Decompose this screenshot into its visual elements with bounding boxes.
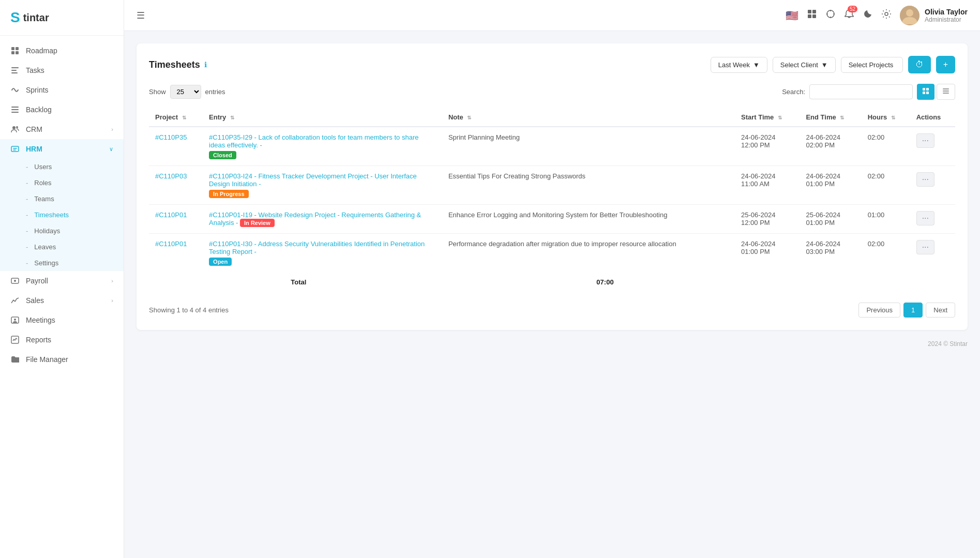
col-start-time[interactable]: Start Time ⇅ xyxy=(735,108,800,127)
sidebar-item-roadmap[interactable]: Roadmap xyxy=(0,41,124,61)
note-cell: Sprint Planning Meeting xyxy=(442,127,735,166)
sidebar-item-roadmap-label: Roadmap xyxy=(26,47,57,55)
col-end-time[interactable]: End Time ⇅ xyxy=(800,108,861,127)
svg-point-27 xyxy=(885,12,888,16)
entries-select[interactable]: 25 10 50 100 xyxy=(170,85,201,99)
sidebar-item-sales[interactable]: Sales › xyxy=(0,291,124,310)
sidebar-item-reports[interactable]: Reports xyxy=(0,330,124,350)
svg-rect-33 xyxy=(926,92,929,94)
sidebar-item-tasks-label: Tasks xyxy=(26,66,44,74)
hours-cell: 02:00 xyxy=(862,166,910,205)
timesheets-table: Project ⇅ Entry ⇅ Note ⇅ Start Time xyxy=(149,108,955,272)
col-note-sort-icon: ⇅ xyxy=(467,115,471,120)
sidebar-item-file-manager[interactable]: File Manager xyxy=(0,350,124,369)
timer-button[interactable]: ⏱ xyxy=(908,56,931,73)
entry-cell: #C110P03-I24 - Fitness Tracker Developme… xyxy=(203,166,442,205)
entry-link[interactable]: #C110P01-I30 xyxy=(209,240,252,248)
search-input[interactable] xyxy=(809,84,913,99)
sidebar-item-leaves[interactable]: Leaves xyxy=(0,239,124,255)
backlog-icon xyxy=(10,105,20,114)
row-actions-button[interactable]: ··· xyxy=(916,172,934,187)
svg-rect-4 xyxy=(11,67,19,68)
hamburger-button[interactable]: ☰ xyxy=(137,10,145,21)
view-buttons xyxy=(917,84,955,100)
grid-view-button[interactable] xyxy=(917,84,934,100)
col-end-sort-icon: ⇅ xyxy=(840,115,844,120)
hours-cell: 01:00 xyxy=(862,205,910,234)
project-cell: #C110P35 xyxy=(149,127,203,166)
add-entry-button[interactable]: + xyxy=(936,56,955,73)
sidebar-item-crm[interactable]: CRM › xyxy=(0,119,124,139)
sidebar-item-payroll-label: Payroll xyxy=(26,277,48,285)
dark-mode-icon[interactable] xyxy=(863,9,873,22)
svg-rect-35 xyxy=(943,91,949,92)
add-icon: + xyxy=(943,60,948,69)
col-project[interactable]: Project ⇅ xyxy=(149,108,203,127)
note-cell: Performance degradation after migration … xyxy=(442,234,735,273)
status-badge: Closed xyxy=(209,151,236,159)
info-icon[interactable]: ℹ xyxy=(204,61,207,69)
svg-rect-6 xyxy=(11,72,18,73)
sidebar: S tintar Roadmap Tasks Sprints xyxy=(0,0,124,558)
entry-link[interactable]: #C110P35-I29 xyxy=(209,133,252,141)
sidebar-item-settings[interactable]: Settings xyxy=(0,255,124,271)
svg-point-16 xyxy=(14,319,16,321)
entry-link[interactable]: #C110P03-I24 xyxy=(209,172,252,180)
notification-bell-icon[interactable]: 52 xyxy=(844,9,854,22)
card-title-row: Timesheets ℹ xyxy=(149,59,207,70)
next-button[interactable]: Next xyxy=(926,303,955,318)
project-link[interactable]: #C110P35 xyxy=(155,133,187,141)
flag-us-icon[interactable]: 🇺🇸 xyxy=(786,9,798,22)
col-entry[interactable]: Entry ⇅ xyxy=(203,108,442,127)
project-link[interactable]: #C110P03 xyxy=(155,172,187,180)
total-label: Total xyxy=(284,272,590,292)
sidebar-item-tasks[interactable]: Tasks xyxy=(0,61,124,80)
select-projects-button[interactable]: Select Projects xyxy=(841,57,903,73)
project-cell: #C110P03 xyxy=(149,166,203,205)
col-project-sort-icon: ⇅ xyxy=(182,115,186,120)
showing-text: Showing 1 to 4 of 4 entries xyxy=(149,306,229,314)
row-actions-button[interactable]: ··· xyxy=(916,211,934,225)
crm-icon xyxy=(10,125,20,134)
sidebar-item-timesheets[interactable]: Timesheets xyxy=(0,207,124,223)
svg-rect-12 xyxy=(11,146,19,152)
sidebar-item-backlog[interactable]: Backlog xyxy=(0,100,124,119)
start-time-cell: 24-06-202401:00 PM xyxy=(735,234,800,273)
svg-rect-9 xyxy=(11,112,19,113)
week-selector-button[interactable]: Last Week ▼ xyxy=(711,57,767,73)
sidebar-item-users[interactable]: Users xyxy=(0,159,124,175)
actions-cell: ··· xyxy=(910,127,955,166)
entry-link[interactable]: #C110P01-I19 xyxy=(209,211,252,219)
actions-cell: ··· xyxy=(910,166,955,205)
hrm-icon xyxy=(10,144,20,154)
sidebar-item-hrm[interactable]: HRM ∨ xyxy=(0,139,124,159)
sidebar-item-sprints[interactable]: Sprints xyxy=(0,80,124,100)
row-actions-button[interactable]: ··· xyxy=(916,133,934,148)
previous-button[interactable]: Previous xyxy=(858,303,900,318)
table-row: #C110P01 #C110P01-I19 - Website Redesign… xyxy=(149,205,955,234)
week-label: Last Week xyxy=(718,61,750,69)
end-time-cell: 25-06-202401:00 PM xyxy=(800,205,861,234)
col-note[interactable]: Note ⇅ xyxy=(442,108,735,127)
end-time-cell: 24-06-202402:00 PM xyxy=(800,127,861,166)
apps-grid-icon[interactable] xyxy=(807,9,817,22)
user-profile[interactable]: Olivia Taylor Administrator xyxy=(900,6,968,25)
folder-icon xyxy=(10,355,20,364)
list-view-button[interactable] xyxy=(937,84,955,100)
sidebar-item-teams[interactable]: Teams xyxy=(0,191,124,207)
sidebar-item-roles[interactable]: Roles xyxy=(0,175,124,191)
settings-gear-icon[interactable] xyxy=(881,9,892,22)
start-date: 25-06-202412:00 PM xyxy=(741,211,776,227)
project-link[interactable]: #C110P01 xyxy=(155,240,187,248)
col-hours[interactable]: Hours ⇅ xyxy=(862,108,910,127)
sidebar-item-meetings[interactable]: Meetings xyxy=(0,310,124,330)
sidebar-item-holidays[interactable]: Holidays xyxy=(0,223,124,239)
page-1-button[interactable]: 1 xyxy=(903,303,923,318)
week-dropdown-icon: ▼ xyxy=(753,61,760,69)
crosshair-icon[interactable] xyxy=(825,9,836,22)
sidebar-item-payroll[interactable]: Payroll › xyxy=(0,271,124,291)
note-text: Sprint Planning Meeting xyxy=(448,133,520,141)
select-client-button[interactable]: Select Client ▼ xyxy=(773,57,836,73)
project-link[interactable]: #C110P01 xyxy=(155,211,187,219)
row-actions-button[interactable]: ··· xyxy=(916,240,934,254)
